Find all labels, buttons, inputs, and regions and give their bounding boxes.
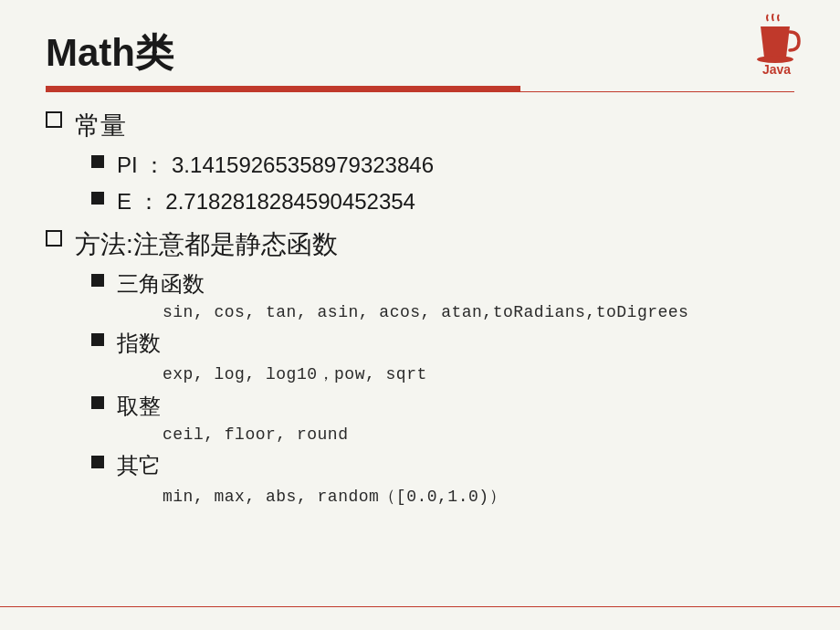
round-code: ceil, floor, round [163, 425, 794, 444]
bullet-other [91, 456, 104, 468]
other-item: 其它 [91, 451, 794, 480]
exp-label: 指数 [117, 329, 161, 358]
other-label: 其它 [117, 451, 161, 480]
bullet-exp [91, 333, 104, 346]
methods-items: 三角函数 sin, cos, tan, asin, acos, atan,toR… [91, 269, 794, 507]
trig-code: sin, cos, tan, asin, acos, atan,toRadian… [163, 303, 794, 321]
e-label: E ： 2.7182818284590452354 [117, 187, 415, 216]
constants-items: PI ： 3.14159265358979323846 E ： 2.718281… [91, 151, 794, 216]
section-methods-label: 方法:注意都是静态函数 [75, 227, 338, 262]
title-divider-line [46, 91, 794, 92]
round-label: 取整 [117, 392, 161, 421]
checkbox-icon-constants [46, 111, 62, 128]
pi-item: PI ： 3.14159265358979323846 [91, 151, 794, 180]
checkbox-icon-methods [46, 230, 62, 247]
bullet-trig [91, 274, 104, 287]
pi-label: PI ： 3.14159265358979323846 [117, 151, 434, 180]
bullet-pi [91, 155, 104, 168]
other-code: min, max, abs, random（[0.0,1.0)） [163, 485, 794, 507]
exp-item: 指数 [91, 329, 794, 358]
section-methods: 方法:注意都是静态函数 [46, 227, 794, 262]
slide: Java Math类 常量 PI ： 3.1415926535897932384… [0, 0, 840, 630]
svg-text:Java: Java [762, 62, 791, 77]
content-area: 常量 PI ： 3.14159265358979323846 E ： 2.718… [46, 109, 794, 507]
bullet-e [91, 192, 104, 205]
java-logo: Java [742, 14, 808, 83]
title-area: Math类 [46, 27, 794, 79]
bullet-round [91, 396, 104, 409]
section-constants: 常量 [46, 109, 794, 143]
page-title: Math类 [46, 27, 173, 79]
trig-item: 三角函数 [91, 269, 794, 299]
round-item: 取整 [91, 392, 794, 421]
trig-label: 三角函数 [117, 269, 205, 299]
exp-code: exp, log, log10，pow, sqrt [163, 362, 794, 384]
section-constants-label: 常量 [75, 109, 126, 143]
e-item: E ： 2.7182818284590452354 [91, 187, 794, 216]
bottom-divider [0, 606, 840, 607]
